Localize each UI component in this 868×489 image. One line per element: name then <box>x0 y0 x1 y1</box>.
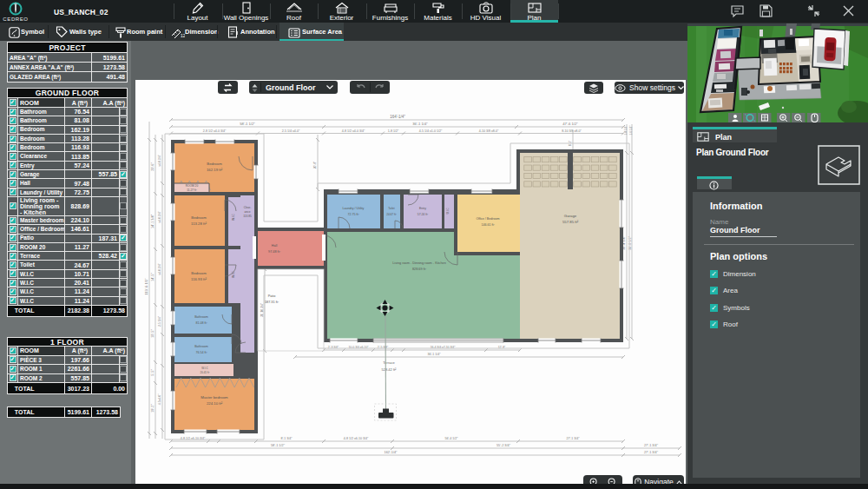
svg-text:2-5 1/4 x4-0": 2-5 1/4 x4-0" <box>282 129 300 133</box>
svg-text:113'-6 1/2": 113'-6 1/2" <box>144 278 148 295</box>
svg-text:Laundry / Utility: Laundry / Utility <box>343 207 365 210</box>
svg-text:58'-1 1/2": 58'-1 1/2" <box>240 122 255 126</box>
svg-text:Bedroom: Bedroom <box>191 271 207 275</box>
svg-text:162.19 ft²: 162.19 ft² <box>207 168 223 172</box>
svg-text:4-5x4-0": 4-5x4-0" <box>158 393 161 405</box>
svg-text:56'-4 1/2": 56'-4 1/2" <box>444 437 458 440</box>
svg-text:W.I.C: W.I.C <box>232 214 235 221</box>
svg-text:Garage: Garage <box>564 214 577 218</box>
svg-text:5'-5": 5'-5" <box>151 369 155 376</box>
svg-text:11.27 ft²: 11.27 ft² <box>187 188 196 192</box>
svg-text:x4-0 3/4": x4-0 3/4" <box>158 210 161 222</box>
svg-text:Toilet: Toilet <box>388 207 395 210</box>
svg-text:557.85 ft²: 557.85 ft² <box>562 220 579 224</box>
svg-text:Bedroom: Bedroom <box>191 215 207 220</box>
svg-text:164'-1/4": 164'-1/4" <box>390 115 405 119</box>
svg-text:27'-1 3/4": 27'-1 3/4" <box>566 437 580 440</box>
svg-text:4-5 1/4 x1-0 1/2": 4-5 1/4 x1-0 1/2" <box>419 129 443 133</box>
svg-text:14'-1 3/4": 14'-1 3/4" <box>151 214 155 228</box>
svg-text:146.61 ft²: 146.61 ft² <box>481 223 495 227</box>
svg-text:47'-6 1/2": 47'-6 1/2" <box>562 122 578 126</box>
svg-text:Bathroom: Bathroom <box>194 345 208 348</box>
svg-text:Hall: Hall <box>272 244 278 248</box>
svg-text:Living room - Dinning room - K: Living room - Dinning room - Kitchen <box>392 261 446 265</box>
svg-text:Patio: Patio <box>268 294 276 298</box>
svg-text:Terrace: Terrace <box>383 360 395 365</box>
svg-text:1-6 1/2": 1-6 1/2" <box>629 125 633 135</box>
svg-text:72.75 ft²: 72.75 ft² <box>347 213 359 216</box>
svg-text:10'-5": 10'-5" <box>151 329 155 338</box>
svg-text:31'-10 3/4": 31'-10 3/4" <box>260 302 264 317</box>
svg-text:113.28 ft²: 113.28 ft² <box>191 221 207 226</box>
svg-text:Master bedroom: Master bedroom <box>201 395 228 400</box>
svg-text:97.48 ft²: 97.48 ft² <box>268 250 281 254</box>
svg-text:24.67 ft²: 24.67 ft² <box>386 213 397 216</box>
svg-text:58'-1 1/2": 58'-1 1/2" <box>271 444 286 447</box>
svg-text:57.24 ft²: 57.24 ft² <box>418 213 429 216</box>
svg-text:Bedroom: Bedroom <box>207 162 222 166</box>
svg-text:19'-2": 19'-2" <box>151 404 155 413</box>
svg-text:Clear-: Clear- <box>244 206 252 209</box>
svg-text:8'-1 3/4": 8'-1 3/4" <box>280 437 293 440</box>
svg-text:Office / Bedroom: Office / Bedroom <box>477 217 500 221</box>
svg-text:4-8 1/2 x6-10 3/4": 4-8 1/2 x6-10 3/4" <box>344 437 369 440</box>
svg-text:ance: ance <box>245 210 251 214</box>
svg-text:113.85: 113.85 <box>243 215 252 218</box>
svg-text:27'-1 3/4": 27'-1 3/4" <box>644 451 659 454</box>
svg-text:36'-1 1/4": 36'-1 1/4" <box>427 353 441 356</box>
svg-text:14'-5": 14'-5" <box>151 273 155 281</box>
svg-text:4-10 3/8 x8-0": 4-10 3/8 x8-0" <box>479 129 499 133</box>
svg-text:W.I.C: W.I.C <box>201 367 208 370</box>
svg-text:W.I.C: W.I.C <box>446 208 450 215</box>
svg-text:x4-0 3/4": x4-0 3/4" <box>158 154 161 166</box>
svg-text:27'-1 3/4": 27'-1 3/4" <box>644 444 659 447</box>
svg-text:8-10 3/8 x8-0": 8-10 3/8 x8-0" <box>562 129 582 133</box>
svg-text:20'-8": 20'-8" <box>313 161 317 169</box>
svg-text:224.10 ft²: 224.10 ft² <box>207 401 223 406</box>
svg-text:1-8 1/2": 1-8 1/2" <box>388 129 399 133</box>
svg-text:x4-0 3/4": x4-0 3/4" <box>158 262 161 274</box>
svg-text:20'-6": 20'-6" <box>151 162 155 171</box>
svg-text:4-8 1/2 x4-0 3/4": 4-8 1/2 x4-0 3/4" <box>342 129 365 133</box>
svg-text:81.08 ft²: 81.08 ft² <box>195 321 207 325</box>
svg-text:36'-1 1/4": 36'-1 1/4" <box>412 122 428 126</box>
svg-text:528.42 ft²: 528.42 ft² <box>382 367 398 372</box>
svg-text:Entry: Entry <box>419 207 426 210</box>
svg-text:187.31 ft²: 187.31 ft² <box>265 301 279 304</box>
svg-text:ROOM 20: ROOM 20 <box>186 184 199 188</box>
svg-text:1-4 1/2": 1-4 1/2" <box>624 125 628 135</box>
svg-text:Bathroom: Bathroom <box>194 315 208 319</box>
svg-text:2-5 1/4": 2-5 1/4" <box>158 315 161 327</box>
svg-text:20.41 ft²: 20.41 ft² <box>200 371 209 374</box>
svg-text:55'-2 3/4": 55'-2 3/4" <box>496 444 511 447</box>
svg-text:W.I.C: W.I.C <box>232 271 235 278</box>
svg-text:CEDREO: CEDREO <box>3 17 28 22</box>
svg-text:828.69 ft²: 828.69 ft² <box>412 268 427 271</box>
svg-text:76.54 ft²: 76.54 ft² <box>195 351 207 354</box>
svg-text:2-8 1/2 x4-0 3/4": 2-8 1/2 x4-0 3/4" <box>203 129 227 133</box>
svg-text:162'-1/4": 162'-1/4" <box>385 451 398 454</box>
svg-text:116.93 ft²: 116.93 ft² <box>191 277 207 281</box>
